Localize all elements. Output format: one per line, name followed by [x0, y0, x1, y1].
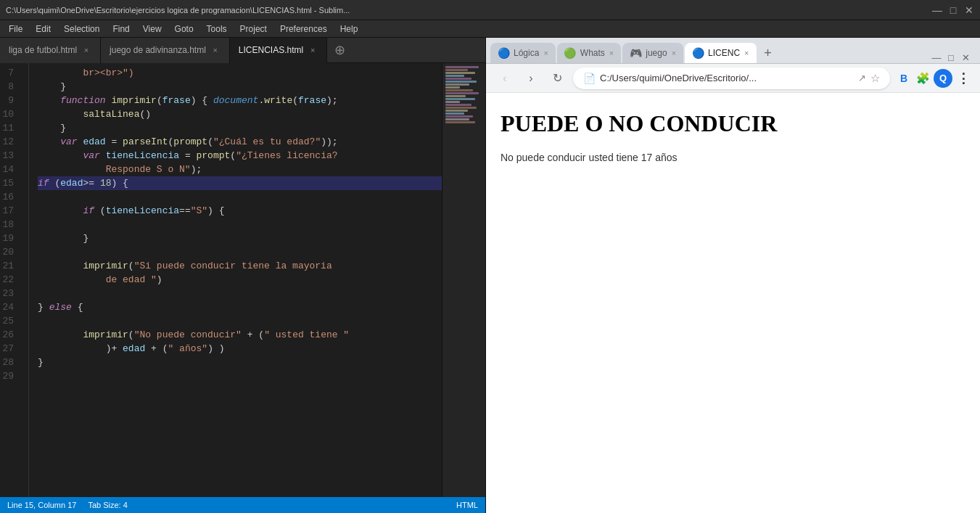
page-title: PUEDE O NO CONDUCIR: [501, 110, 965, 137]
tab-adivinanza[interactable]: juego de adivinanza.html ×: [101, 38, 230, 63]
chrome-tab-icon-juego: 🎮: [630, 47, 641, 59]
code-line-12: var edad = parseInt(prompt("¿Cuál es tu …: [38, 135, 442, 149]
code-scroll-area[interactable]: 7891011 1213141516 1718192021 2223242526…: [0, 63, 442, 497]
code-line-29: [38, 397, 442, 411]
code-line-28: [38, 383, 442, 397]
chrome-tab-close-whats[interactable]: ×: [609, 49, 614, 57]
status-language: HTML: [456, 501, 478, 509]
code-line-23: } else {: [38, 300, 442, 314]
status-tab-size: Tab Size: 4: [88, 501, 127, 509]
chrome-tab-close-juego[interactable]: ×: [672, 49, 676, 57]
chrome-url-bar[interactable]: 📄 C:/Users/quimi/OneDrive/Escritorio/...…: [573, 67, 890, 89]
chrome-forward-button[interactable]: ›: [521, 68, 541, 89]
code-line-19: }: [38, 231, 442, 245]
code-line-20: [38, 245, 442, 259]
chrome-tab-label-logica: Lógica: [514, 48, 539, 58]
code-line-18: [38, 218, 442, 231]
menu-project[interactable]: Project: [234, 22, 273, 36]
line-numbers: 7891011 1213141516 1718192021 2223242526…: [0, 63, 29, 497]
code-line-8: }: [38, 80, 442, 94]
app-title: C:\Users\quimi\OneDrive\Escritorio\ejerc…: [6, 6, 350, 15]
code-line-24: [38, 314, 442, 328]
chrome-tab-label-juego: juego: [646, 48, 667, 58]
code-line-21b: de edad "): [38, 273, 442, 287]
chrome-tab-licencias[interactable]: 🔵 LICENC ×: [685, 43, 756, 63]
code-line-16: [38, 190, 442, 204]
code-line-11: }: [38, 121, 442, 135]
chrome-tab-add-button[interactable]: +: [758, 43, 778, 63]
code-line-9: function imprimir(frase) { document.writ…: [38, 94, 442, 107]
code-editor-area: 7891011 1213141516 1718192021 2223242526…: [0, 63, 485, 497]
chrome-maximize-btn[interactable]: □: [945, 52, 957, 63]
browser-panel: 🔵 Lógica × 🟢 Whats × 🎮 juego × 🔵 LICENC …: [486, 38, 980, 513]
chrome-url-text: C:/Users/quimi/OneDrive/Escritorio/...: [600, 73, 854, 83]
ext-icon-b[interactable]: B: [896, 70, 912, 86]
code-line-26: }: [38, 356, 442, 369]
chrome-tab-whats[interactable]: 🟢 Whats ×: [557, 43, 621, 63]
code-line-27: [38, 369, 442, 383]
close-button[interactable]: ✕: [964, 5, 974, 15]
chrome-reload-button[interactable]: ↻: [547, 68, 567, 89]
editor-panel: liga de futbol.html × juego de adivinanz…: [0, 38, 486, 513]
status-bar: Line 15, Column 17 Tab Size: 4 HTML: [0, 497, 485, 513]
chrome-tab-label-licencias: LICENC: [708, 48, 740, 58]
chrome-profile-icon[interactable]: Q: [934, 69, 952, 88]
url-lock-icon: 📄: [583, 73, 596, 84]
minimize-button[interactable]: —: [932, 5, 942, 15]
menu-edit[interactable]: Edit: [30, 22, 57, 36]
maximize-button[interactable]: □: [948, 5, 958, 15]
tab-label-licencias: LICENCIAS.html: [239, 45, 303, 55]
menu-file[interactable]: File: [3, 22, 28, 36]
menu-selection[interactable]: Selection: [58, 22, 105, 36]
title-bar: C:\Users\quimi\OneDrive\Escritorio\ejerc…: [0, 0, 980, 20]
editor-tab-bar: liga de futbol.html × juego de adivinanz…: [0, 38, 485, 63]
tab-close-adivinanza[interactable]: ×: [210, 46, 221, 54]
chrome-address-bar: ‹ › ↻ 📄 C:/Users/quimi/OneDrive/Escritor…: [486, 64, 980, 93]
code-line-25: imprimir("No puede conducir" + (" usted …: [38, 328, 442, 342]
chrome-tab-bar: 🔵 Lógica × 🟢 Whats × 🎮 juego × 🔵 LICENC …: [486, 38, 980, 64]
chrome-minimize-btn[interactable]: —: [931, 52, 942, 63]
chrome-tab-close-logica[interactable]: ×: [543, 49, 548, 57]
chrome-tab-icon-whats: 🟢: [564, 47, 576, 59]
chrome-tab-juego[interactable]: 🎮 juego ×: [622, 43, 683, 63]
tab-licencias[interactable]: LICENCIAS.html ×: [230, 38, 327, 63]
tab-close-liga[interactable]: ×: [81, 46, 91, 54]
menu-help[interactable]: Help: [334, 22, 364, 36]
chrome-menu-icon[interactable]: ⋮: [955, 70, 971, 86]
menu-tools[interactable]: Tools: [201, 22, 233, 36]
tab-close-licencias[interactable]: ×: [308, 46, 318, 54]
editor-minimap: [442, 63, 485, 497]
chrome-extensions: B 🧩 Q ⋮: [896, 69, 971, 88]
chrome-close-btn[interactable]: ✕: [960, 52, 971, 63]
chrome-tab-close-licencias[interactable]: ×: [744, 49, 749, 57]
code-content: br><br>") } function imprimir(frase) { d…: [29, 63, 442, 497]
code-line-10: saltaLinea(): [38, 107, 442, 121]
chrome-tab-logica[interactable]: 🔵 Lógica ×: [490, 43, 556, 63]
code-line-13b: Responde S o N");: [38, 163, 442, 176]
menu-find[interactable]: Find: [107, 22, 135, 36]
menu-bar: File Edit Selection Find View Goto Tools…: [0, 20, 980, 38]
code-line-21: imprimir("Si puede conducir tiene la may…: [38, 259, 442, 273]
chrome-tab-icon-licencias: 🔵: [692, 47, 704, 59]
menu-goto[interactable]: Goto: [169, 22, 199, 36]
menu-preferences[interactable]: Preferences: [274, 22, 333, 36]
ext-icon-puzzle[interactable]: 🧩: [915, 70, 931, 86]
code-line-25b: )+ edad + (" años") ): [38, 342, 442, 356]
code-line-7: br><br>"): [38, 66, 442, 80]
tab-liga[interactable]: liga de futbol.html ×: [0, 38, 101, 63]
menu-view[interactable]: View: [137, 22, 168, 36]
tab-add-button[interactable]: ⊕: [327, 42, 353, 58]
tab-label-adivinanza: juego de adivinanza.html: [110, 45, 206, 55]
main-content: liga de futbol.html × juego de adivinanz…: [0, 38, 980, 513]
code-line-13: var tieneLicencia = prompt("¿Tienes lice…: [38, 149, 442, 163]
chrome-back-button[interactable]: ‹: [495, 68, 515, 89]
browser-content: PUEDE O NO CONDUCIR No puede conducir us…: [486, 93, 980, 513]
code-line-15: if (edad>= 18) {: [38, 176, 442, 190]
chrome-tab-label-whats: Whats: [580, 48, 605, 58]
url-share-icon: ↗: [858, 73, 866, 83]
code-line-17: if (tieneLicencia=="S") {: [38, 204, 442, 218]
code-line-22: [38, 287, 442, 300]
url-star-icon[interactable]: ☆: [870, 72, 880, 85]
tab-label-liga: liga de futbol.html: [9, 45, 77, 55]
page-result: No puede conducir usted tiene 17 años: [501, 152, 965, 163]
